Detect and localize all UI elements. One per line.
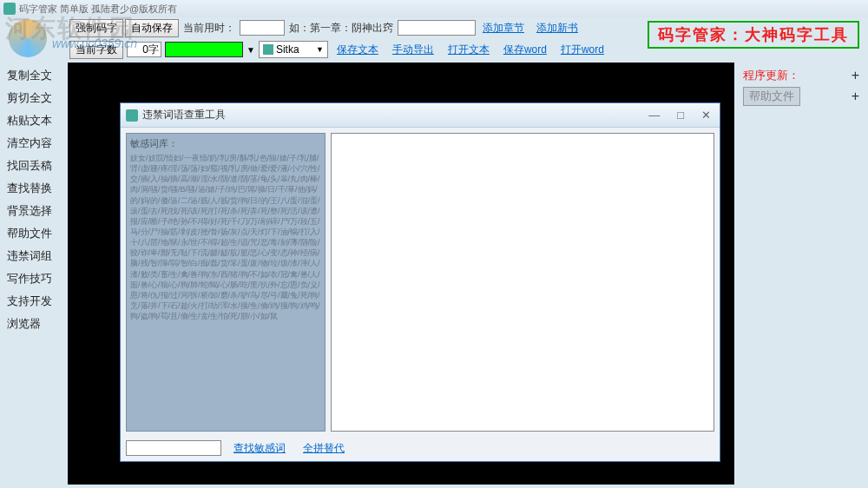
banner-title: 码字管家：大神码字工具 [648, 21, 859, 49]
minimize-icon[interactable]: — [645, 109, 663, 122]
time-input[interactable] [240, 20, 285, 36]
sidebar-forbidden-words[interactable]: 违禁词组 [0, 245, 66, 267]
update-expand-icon[interactable]: + [848, 68, 863, 83]
sidebar-background[interactable]: 背景选择 [0, 200, 66, 222]
close-icon[interactable]: ✕ [698, 109, 714, 122]
sidebar-help[interactable]: 帮助文件 [0, 222, 66, 245]
dialog-icon [126, 109, 138, 122]
sidebar-find-replace[interactable]: 查找替换 [0, 177, 66, 200]
word-library-panel[interactable]: 敏感词库： 妓女/妓院/情妇/一夜情/奶/乳/房/酥/乳/色/狼/婊/子/乳/脯… [126, 133, 326, 432]
dialog-titlebar[interactable]: 违禁词语查重工具 — □ ✕ [121, 103, 720, 128]
sidebar-writing-tips[interactable]: 写作技巧 [0, 267, 66, 290]
help-label[interactable]: 帮助文件 [743, 87, 800, 106]
dialog-bottom-bar: 查找敏感词 全拼替代 [121, 437, 720, 459]
sidebar-recover[interactable]: 找回丢稿 [0, 155, 66, 177]
search-word-input[interactable] [126, 440, 221, 456]
dialog-body: 敏感词库： 妓女/妓院/情妇/一夜情/奶/乳/房/酥/乳/色/狼/婊/子/乳/脯… [121, 128, 720, 437]
word-count-button[interactable]: 当前字数 [69, 41, 123, 59]
result-textarea[interactable] [331, 133, 714, 432]
force-type-button[interactable]: 强制码字 [69, 19, 123, 37]
open-word-link[interactable]: 打开word [556, 43, 609, 57]
word-count-value [127, 42, 161, 57]
app-title: 码字管家 简单版 孤陆君少@版权所有 [19, 3, 177, 16]
maximize-icon[interactable]: □ [674, 109, 687, 122]
main-titlebar: 码字管家 简单版 孤陆君少@版权所有 [0, 0, 868, 17]
replace-all-button[interactable]: 全拼替代 [298, 441, 350, 456]
chapter-input[interactable] [398, 20, 476, 36]
wordlib-header: 敏感词库： [130, 137, 321, 150]
open-text-link[interactable]: 打开文本 [443, 43, 495, 57]
app-icon [3, 3, 16, 15]
forbidden-word-dialog: 违禁词语查重工具 — □ ✕ 敏感词库： 妓女/妓院/情妇/一夜情/奶/乳/房/… [120, 102, 720, 462]
sidebar-clear[interactable]: 清空内容 [0, 132, 66, 155]
sidebar-paste[interactable]: 粘贴文本 [0, 109, 66, 132]
time-label: 当前用时： [181, 21, 238, 36]
search-sensitive-button[interactable]: 查找敏感词 [228, 441, 291, 456]
autosave-button[interactable]: 自动保存 [125, 19, 179, 37]
sidebar: 复制全文 剪切全文 粘贴文本 清空内容 找回丢稿 查找替换 背景选择 帮助文件 … [0, 61, 66, 488]
color-indicator[interactable] [165, 42, 243, 57]
sidebar-cut-all[interactable]: 剪切全文 [0, 87, 66, 109]
add-book-link[interactable]: 添加新书 [531, 21, 583, 36]
example-text: 如：第一章：阴神出窍 [286, 21, 396, 36]
dialog-title-text: 违禁词语查重工具 [142, 108, 226, 122]
update-label: 程序更新： [743, 68, 799, 83]
add-chapter-link[interactable]: 添加章节 [477, 21, 529, 36]
right-panel: 程序更新： + 帮助文件 + [738, 61, 868, 488]
wordlib-content: 妓女/妓院/情妇/一夜情/奶/乳/房/酥/乳/色/狼/婊/子/乳/脯/肾/虚/腰… [130, 153, 321, 321]
help-expand-icon[interactable]: + [848, 89, 863, 104]
font-icon [263, 44, 273, 55]
sidebar-copy-all[interactable]: 复制全文 [0, 64, 66, 87]
sidebar-support[interactable]: 支持开发 [0, 290, 66, 313]
save-text-link[interactable]: 保存文本 [332, 43, 384, 57]
font-select[interactable]: Sitka ▼ [259, 41, 328, 58]
manual-export-link[interactable]: 手动导出 [387, 43, 439, 57]
sidebar-browser[interactable]: 浏览器 [0, 313, 66, 335]
save-word-link[interactable]: 保存word [498, 43, 552, 57]
